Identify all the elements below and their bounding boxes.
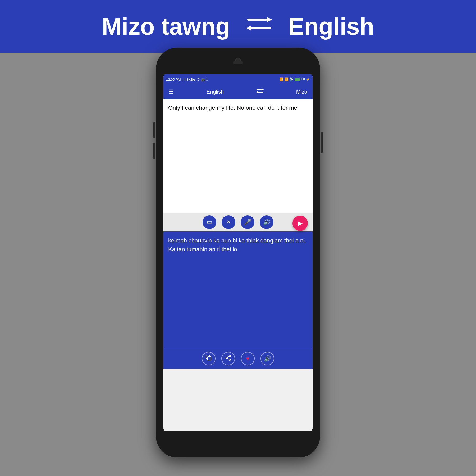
clipboard-icon: ▭ (207, 219, 212, 226)
header-lang-right[interactable]: English (288, 13, 374, 40)
send-button[interactable]: ▶ (292, 216, 308, 231)
svg-line-12 (227, 358, 229, 359)
phone-speaker (233, 61, 243, 64)
phone-screen: 12:05 PM | 4.8KB/s ⏱ 📷 ℹ 📶 📶 📡 88 ⚡ ☰ En… (163, 74, 313, 431)
signal-icon: 📶 (280, 77, 283, 81)
action-buttons-top: ▭ ✕ 🎤 🔊 ▶ (163, 213, 313, 231)
input-text[interactable]: Only I can change my life. No one can do… (168, 104, 308, 112)
share-icon (225, 355, 231, 363)
mic-icon: 🎤 (244, 219, 251, 226)
mic-button[interactable]: 🎤 (241, 215, 254, 229)
close-icon: ✕ (226, 219, 231, 226)
svg-point-11 (229, 359, 231, 360)
battery-charging-icon: ⚡ (306, 77, 310, 81)
status-icons: 📶 📶 📡 88 ⚡ (280, 77, 310, 81)
share-button[interactable] (221, 352, 235, 365)
copy-bottom-button[interactable] (202, 352, 216, 365)
svg-rect-8 (208, 357, 211, 360)
phone-power-button[interactable] (321, 132, 323, 153)
navbar-lang-right[interactable]: Mizo (296, 89, 307, 95)
clear-button[interactable]: ✕ (222, 215, 235, 229)
svg-rect-6 (258, 92, 263, 93)
wifi-icon: 📡 (290, 77, 294, 81)
phone-vol-up-button[interactable] (153, 122, 155, 138)
speaker-bottom-button[interactable]: 🔊 (260, 352, 274, 365)
phone-device: 12:05 PM | 4.8KB/s ⏱ 📷 ℹ 📶 📶 📡 88 ⚡ ☰ En… (156, 48, 320, 457)
battery-percent: 88 (301, 77, 305, 81)
top-header: Mizo tawng English (0, 0, 476, 53)
phone-shell: 12:05 PM | 4.8KB/s ⏱ 📷 ℹ 📶 📶 📡 88 ⚡ ☰ En… (156, 48, 320, 457)
svg-line-13 (227, 356, 229, 357)
output-text: keimah chauhvin ka nun hi ka thlak dangl… (168, 236, 308, 254)
input-section: Only I can change my life. No one can do… (163, 99, 313, 213)
clipboard-button[interactable]: ▭ (203, 215, 216, 229)
menu-icon[interactable]: ☰ (169, 89, 174, 95)
svg-rect-2 (251, 27, 271, 29)
app-navbar: ☰ English Mizo (163, 85, 313, 99)
navbar-swap-icon[interactable] (256, 88, 264, 95)
svg-marker-3 (246, 26, 251, 30)
copy-icon (205, 355, 212, 363)
svg-point-9 (229, 355, 231, 357)
navbar-lang-left[interactable]: English (207, 89, 224, 95)
status-bar: 12:05 PM | 4.8KB/s ⏱ 📷 ℹ 📶 📶 📡 88 ⚡ (163, 74, 313, 85)
svg-rect-0 (247, 19, 267, 21)
favorite-button[interactable]: ♥ (241, 352, 255, 365)
output-section: keimah chauhvin ka nun hi ka thlak dangl… (163, 231, 313, 348)
header-lang-left[interactable]: Mizo tawng (102, 13, 230, 40)
svg-marker-5 (262, 88, 264, 91)
heart-icon: ♥ (246, 355, 249, 362)
svg-marker-7 (256, 91, 258, 93)
signal-icon-2: 📶 (285, 77, 289, 81)
speaker-icon: 🔊 (263, 219, 270, 226)
header-swap-icon[interactable] (246, 16, 272, 37)
action-buttons-bottom: ♥ 🔊 (163, 348, 313, 369)
svg-marker-1 (267, 17, 272, 22)
battery-icon (295, 78, 300, 81)
svg-point-10 (226, 357, 227, 359)
send-icon: ▶ (298, 219, 303, 227)
svg-rect-4 (257, 89, 262, 90)
phone-vol-down-button[interactable] (153, 143, 155, 159)
speaker-bottom-icon: 🔊 (264, 355, 271, 362)
status-time: 12:05 PM | 4.8KB/s ⏱ 📷 ℹ (166, 77, 208, 81)
speaker-button[interactable]: 🔊 (260, 215, 273, 229)
